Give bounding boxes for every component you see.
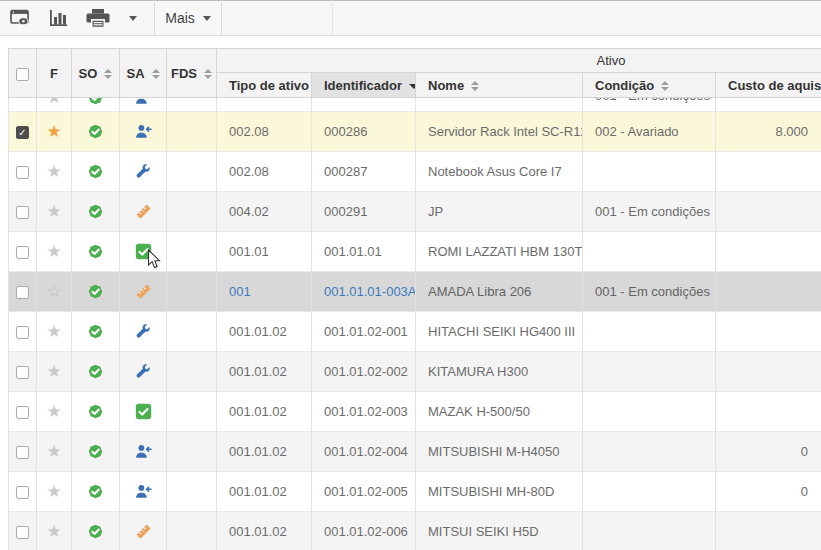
- ruler-icon[interactable]: [135, 283, 152, 300]
- seal-check-icon[interactable]: [87, 483, 104, 500]
- table-row[interactable]: ★ 001.01.02 001.01.02-005 MITSUBISHI MH-…: [9, 472, 821, 512]
- asset-link[interactable]: 001.01.01-003A: [324, 284, 416, 299]
- fds-cell: [167, 312, 217, 352]
- row-checkbox-cell: [9, 512, 37, 550]
- favorite-cell: ★: [37, 232, 72, 272]
- table-row[interactable]: ★ 001.01.02 001.01.02-004 MITSUBISHI M-H…: [9, 432, 821, 472]
- favorite-star-icon[interactable]: ★: [46, 523, 61, 540]
- column-header-nome[interactable]: Nome: [416, 73, 583, 98]
- row-checkbox[interactable]: [16, 366, 29, 379]
- favorite-star-icon[interactable]: ★: [46, 243, 61, 260]
- tipo-cell: 004.02: [217, 192, 312, 232]
- seal-check-icon[interactable]: [87, 363, 104, 380]
- seal-check-icon[interactable]: [87, 243, 104, 260]
- user-arrow-icon[interactable]: [135, 483, 152, 500]
- group-header-label: Ativo: [597, 53, 626, 68]
- row-checkbox[interactable]: [16, 206, 29, 219]
- user-arrow-icon[interactable]: [135, 123, 152, 140]
- column-header-tipo-de-ativo[interactable]: Tipo de ativo: [217, 73, 312, 98]
- identificador-cell: 001.01.01-003A: [312, 272, 416, 312]
- favorite-cell: ★: [37, 432, 72, 472]
- row-checkbox[interactable]: [16, 166, 29, 179]
- column-header-label: Identificador: [324, 78, 402, 93]
- row-checkbox[interactable]: [16, 286, 29, 299]
- check-square-icon[interactable]: [135, 403, 152, 420]
- column-header-f[interactable]: F: [37, 49, 72, 98]
- table-row[interactable]: ★ 001.01.02 001.01.02-003 MAZAK H-500/50: [9, 392, 821, 432]
- print-dropdown-button[interactable]: [120, 0, 146, 36]
- favorite-star-icon[interactable]: ★: [46, 203, 61, 220]
- user-arrow-icon[interactable]: [135, 98, 152, 106]
- chart-button[interactable]: [42, 0, 76, 36]
- favorite-star-icon[interactable]: ★: [46, 163, 61, 180]
- favorite-star-icon[interactable]: ★: [46, 403, 61, 420]
- view-button[interactable]: [0, 0, 42, 36]
- row-checkbox-cell: [9, 392, 37, 432]
- row-checkbox[interactable]: [16, 446, 29, 459]
- print-button[interactable]: [76, 0, 120, 36]
- table-row[interactable]: ★ 001.01.02 001.01.02-001 HITACHI SEIKI …: [9, 312, 821, 352]
- fds-cell: [167, 152, 217, 192]
- column-header-sa[interactable]: SA: [120, 49, 167, 98]
- nome-cell: Notebook Asus Core I7: [416, 152, 583, 192]
- nome-cell: HITACHI SEIKI HG400 III: [416, 312, 583, 352]
- table-row[interactable]: ★ 001.01 001.01.01 ROMI LAZZATI HBM 130T: [9, 232, 821, 272]
- favorite-star-icon[interactable]: ★: [46, 98, 61, 111]
- row-checkbox[interactable]: [16, 406, 29, 419]
- select-all-checkbox[interactable]: [16, 68, 29, 81]
- seal-check-icon[interactable]: [87, 123, 104, 140]
- column-header-condicao[interactable]: Condição: [583, 73, 716, 98]
- wrench-icon[interactable]: [135, 323, 152, 340]
- table-row-partial[interactable]: ★ 001 - Em condições: [9, 98, 821, 112]
- favorite-star-icon[interactable]: ☆: [46, 283, 61, 300]
- table-row[interactable]: ★ 001.01.02 001.01.02-006 MITSUI SEIKI H…: [9, 512, 821, 550]
- more-button[interactable]: Mais: [155, 0, 221, 36]
- seal-check-icon[interactable]: [87, 203, 104, 220]
- tipo-cell: 001.01.02: [217, 392, 312, 432]
- custo-cell: 8.000: [716, 112, 821, 152]
- row-checkbox[interactable]: ✓: [16, 126, 29, 139]
- table-row[interactable]: ★ 004.02 000291 JP 001 - Em condições: [9, 192, 821, 232]
- table-row[interactable]: ☆ 001 001.01.01-003A AMADA Libra 206 001…: [9, 272, 821, 312]
- favorite-star-icon[interactable]: ★: [46, 323, 61, 340]
- column-header-label: FDS: [171, 66, 197, 81]
- row-checkbox[interactable]: [16, 486, 29, 499]
- ruler-icon[interactable]: [135, 523, 152, 540]
- table-row[interactable]: ✓ ★ 002.08 000286 Servidor Rack Intel SC…: [9, 112, 821, 152]
- fds-cell: [167, 112, 217, 152]
- seal-check-icon[interactable]: [87, 323, 104, 340]
- row-checkbox[interactable]: [16, 246, 29, 259]
- seal-check-icon[interactable]: [87, 283, 104, 300]
- favorite-star-icon[interactable]: ★: [46, 363, 61, 380]
- ruler-icon[interactable]: [135, 203, 152, 220]
- fds-cell: [167, 432, 217, 472]
- seal-check-icon[interactable]: [87, 523, 104, 540]
- custo-cell: [716, 152, 821, 192]
- row-checkbox[interactable]: [16, 526, 29, 539]
- asset-link[interactable]: 001: [229, 284, 251, 299]
- seal-check-icon[interactable]: [87, 98, 104, 106]
- wrench-icon[interactable]: [135, 163, 152, 180]
- table-row[interactable]: ★ 001.01.02 001.01.02-002 KITAMURA H300: [9, 352, 821, 392]
- seal-check-icon[interactable]: [87, 403, 104, 420]
- seal-check-icon[interactable]: [87, 443, 104, 460]
- group-header-ativo: Ativo: [217, 49, 821, 73]
- table-row[interactable]: ★ 002.08 000287 Notebook Asus Core I7: [9, 152, 821, 192]
- favorite-star-icon[interactable]: ★: [46, 443, 61, 460]
- favorite-star-icon[interactable]: ★: [46, 123, 61, 140]
- nome-cell: Servidor Rack Intel SC-R1200: [416, 112, 583, 152]
- row-checkbox[interactable]: [16, 326, 29, 339]
- wrench-icon[interactable]: [135, 363, 152, 380]
- favorite-cell: ☆: [37, 272, 72, 312]
- column-header-fds[interactable]: FDS: [167, 49, 217, 98]
- column-header-identificador[interactable]: Identificador: [312, 73, 416, 98]
- column-header-so[interactable]: SO: [72, 49, 120, 98]
- column-header-custo-de-aquisicao[interactable]: Custo de aquisição: [716, 73, 821, 98]
- tipo-cell: 001.01: [217, 232, 312, 272]
- nome-cell: AMADA Libra 206: [416, 272, 583, 312]
- user-arrow-icon[interactable]: [135, 443, 152, 460]
- check-square-icon[interactable]: [135, 243, 152, 260]
- column-header-label: Tipo de ativo: [229, 78, 309, 93]
- favorite-star-icon[interactable]: ★: [46, 483, 61, 500]
- seal-check-icon[interactable]: [87, 163, 104, 180]
